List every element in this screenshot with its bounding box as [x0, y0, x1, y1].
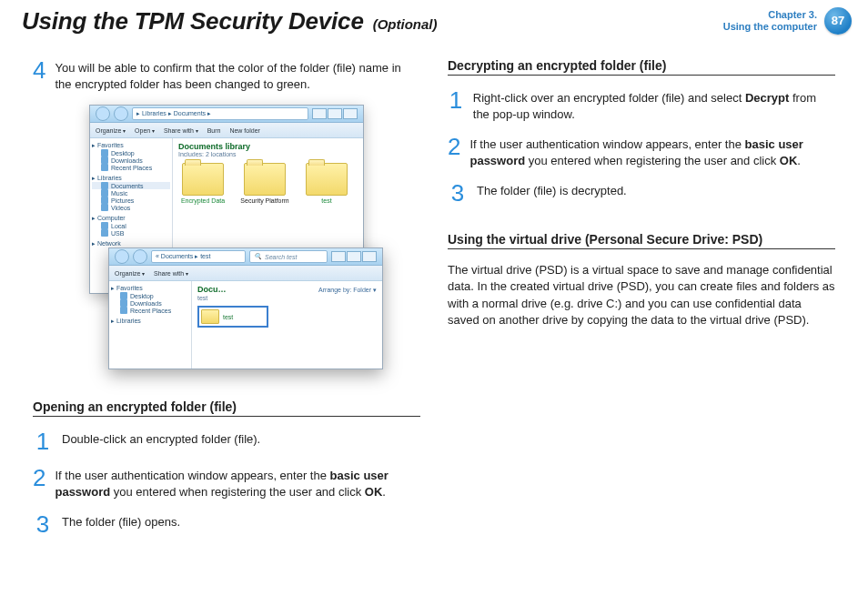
window-body: Favorites Desktop Downloads Recent Place…: [109, 281, 382, 369]
title-wrap: Using the TPM Security Device (Optional): [0, 0, 437, 35]
decrypt-step-1: 1 Right-click over an encrypted folder (…: [448, 88, 835, 122]
decrypt-step-2: 2 If the user authentication window appe…: [448, 135, 835, 168]
step-number: 3: [33, 512, 53, 536]
recent-icon: [101, 164, 108, 171]
search-placeholder: Search test: [265, 254, 297, 260]
library-subtitle: Includes: 2 locations: [178, 151, 358, 157]
docu-sub: test: [197, 295, 207, 301]
folder-icon: [244, 163, 286, 196]
step-4: 4 You will be able to confirm that the c…: [33, 58, 420, 92]
toolbar-burn: Burn: [207, 127, 221, 134]
page: Using the TPM Security Device (Optional)…: [0, 0, 868, 616]
step-text: If the user authentication window appear…: [469, 135, 835, 168]
nav-back-icon: [115, 249, 129, 264]
downloads-icon: [101, 157, 108, 164]
page-title: Using the TPM Security Device: [22, 7, 364, 35]
folder-icon: [201, 309, 219, 324]
folder-label: Encrypted Data: [178, 197, 227, 204]
heading-rule: [448, 75, 835, 76]
toolbar-open: Open: [135, 127, 155, 134]
side-item: Recent Places: [92, 164, 170, 171]
folder-label: Security Platform: [240, 197, 289, 204]
step-text: If the user authentication window appear…: [55, 466, 420, 500]
desktop-icon: [120, 292, 127, 299]
folder-label: test: [223, 314, 233, 320]
recent-icon: [120, 307, 127, 314]
window-controls-icon: [331, 251, 377, 262]
toolbar: Organize Share with: [109, 266, 382, 281]
toolbar-newfolder: New folder: [229, 127, 259, 134]
toolbar-share: Share with: [164, 127, 198, 134]
header: Using the TPM Security Device (Optional)…: [0, 0, 868, 40]
opening-heading: Opening an encrypted folder (file): [33, 399, 420, 414]
videos-icon: [101, 204, 108, 211]
folder-icon: [182, 163, 224, 196]
body-columns: 4 You will be able to confirm that the c…: [0, 40, 868, 549]
psd-paragraph: The virtual drive (PSD) is a virtual spa…: [448, 262, 835, 328]
side-item: Music: [92, 189, 170, 197]
folder-label: test: [302, 197, 351, 204]
titlebar: « Documents ▸ test 🔍 Search test: [109, 248, 382, 266]
sidebar: Favorites Desktop Downloads Recent Place…: [109, 281, 192, 369]
psd-heading: Using the virtual drive (Personal Secure…: [448, 232, 835, 247]
titlebar: ▸ Libraries ▸ Documents ▸: [90, 106, 363, 123]
side-item: Recent Places: [111, 307, 189, 314]
toolbar-share: Share with: [154, 270, 188, 277]
chapter-label: Chapter 3.: [723, 9, 817, 21]
breadcrumb: ▸ Libraries ▸ Documents ▸: [136, 110, 211, 117]
explorer-window-sub: « Documents ▸ test 🔍 Search test Organiz…: [108, 247, 383, 369]
side-item: Desktop: [92, 149, 170, 157]
desktop-icon: [101, 149, 108, 157]
main-pane: Docu… test Arrange by: Folder ▾: [192, 281, 382, 369]
address-bar: ▸ Libraries ▸ Documents ▸: [132, 107, 308, 120]
breadcrumb: « Documents ▸ test: [156, 253, 210, 260]
side-favorites: Favorites: [92, 142, 170, 149]
side-item: Local: [92, 222, 170, 229]
screenshot-wrap: ▸ Libraries ▸ Documents ▸ Organize Open …: [33, 105, 420, 387]
downloads-icon: [120, 299, 127, 307]
documents-icon: [101, 182, 108, 189]
docu-heading: Docu…: [197, 285, 227, 294]
decrypt-heading: Decrypting an encrypted folder (file): [448, 58, 835, 73]
folder-row: Encrypted Data Security Platform test: [178, 163, 358, 204]
step-text: You will be able to confirm that the col…: [55, 58, 420, 92]
heading-rule: [448, 248, 835, 249]
open-step-3: 3 The folder (file) opens.: [33, 512, 420, 536]
heading-rule: [33, 416, 420, 417]
side-libraries: Libraries: [111, 318, 189, 325]
address-bar: « Documents ▸ test: [151, 250, 246, 263]
side-libraries: Libraries: [92, 175, 170, 182]
step-number: 1: [33, 429, 53, 453]
library-title: Documents library: [178, 142, 358, 151]
right-column: Decrypting an encrypted folder (file) 1 …: [448, 58, 835, 549]
step-text: Right-click over an encrypted folder (fi…: [473, 88, 835, 122]
page-title-optional: (Optional): [373, 16, 438, 32]
step-text: The folder (file) is decrypted.: [477, 181, 627, 205]
step-number: 1: [448, 88, 464, 122]
toolbar-organize: Organize: [96, 127, 126, 134]
toolbar: Organize Open Share with Burn New folder: [90, 123, 363, 138]
open-step-2: 2 If the user authentication window appe…: [33, 466, 420, 500]
side-favorites: Favorites: [111, 285, 189, 292]
pictures-icon: [101, 197, 108, 204]
nav-fwd-icon: [114, 106, 128, 121]
side-item: Desktop: [111, 292, 189, 299]
music-icon: [101, 189, 108, 197]
window-controls-icon: [312, 108, 358, 119]
explorer-window-main: ▸ Libraries ▸ Documents ▸ Organize Open …: [89, 105, 364, 294]
step-number: 2: [448, 135, 460, 168]
step-number: 3: [448, 181, 468, 205]
side-item: USB: [92, 229, 170, 237]
side-item: Downloads: [111, 299, 189, 307]
step-text: Double-click an encrypted folder (file).: [62, 429, 260, 453]
step-number: 4: [33, 58, 45, 92]
selected-folder: test: [197, 306, 268, 328]
arrange-label: Arrange by: Folder ▾: [318, 287, 377, 294]
nav-back-icon: [96, 106, 110, 121]
side-computer: Computer: [92, 215, 170, 222]
side-item: Documents: [92, 182, 170, 189]
nav-fwd-icon: [133, 249, 147, 264]
side-item: Videos: [92, 204, 170, 211]
folder-item: Security Platform: [240, 163, 289, 204]
side-item: Downloads: [92, 157, 170, 164]
